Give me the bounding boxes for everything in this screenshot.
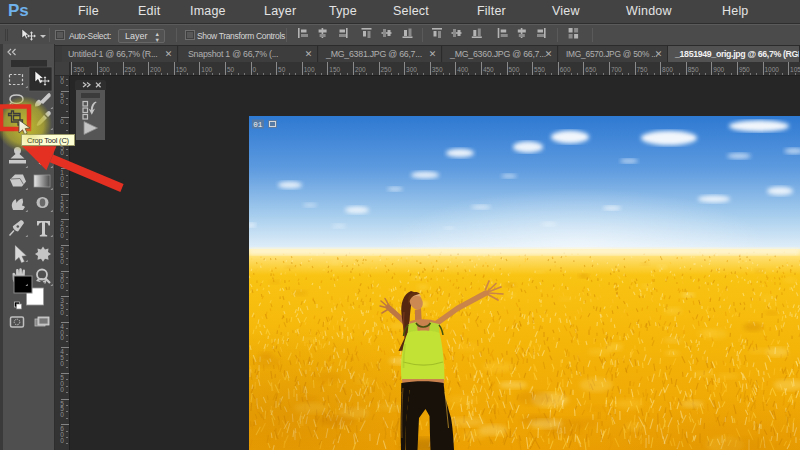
svg-text:01: 01 [253, 121, 263, 129]
